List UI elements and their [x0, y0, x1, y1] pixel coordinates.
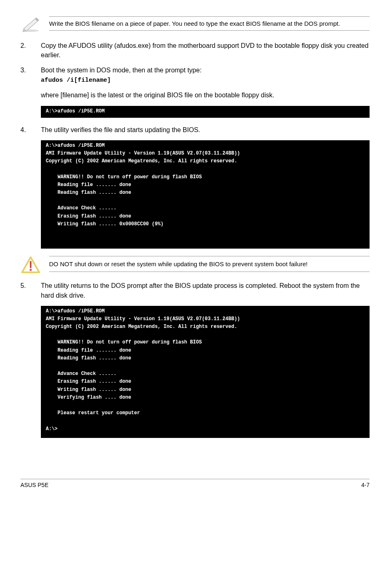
- step-5: 5. The utility returns to the DOS prompt…: [20, 281, 370, 300]
- terminal-output-1: A:\>afudos /iP5E.ROM: [41, 106, 370, 118]
- step-paragraph: where [filename] is the latest or the or…: [41, 90, 370, 100]
- step-body: Boot the system in DOS mode, then at the…: [41, 65, 370, 100]
- footer-left: ASUS P5E: [20, 482, 48, 488]
- page-footer: ASUS P5E 4-7: [20, 479, 370, 488]
- footer-right: 4-7: [361, 482, 370, 488]
- step-text: Boot the system in DOS mode, then at the…: [41, 67, 202, 74]
- step-4: 4. The utility verifies the file and sta…: [20, 125, 370, 135]
- terminal-output-2: A:\>afudos /iP5E.ROM AMI Firmware Update…: [41, 140, 370, 249]
- step-number: 4.: [20, 125, 41, 135]
- command-text: afudos /i[filename]: [41, 76, 370, 85]
- step-body: The utility returns to the DOS prompt af…: [41, 281, 370, 300]
- step-body: Copy the AFUDOS utility (afudos.exe) fro…: [41, 41, 370, 60]
- step-2: 2. Copy the AFUDOS utility (afudos.exe) …: [20, 41, 370, 60]
- warning-text: DO NOT shut down or reset the system whi…: [49, 256, 370, 272]
- step-3: 3. Boot the system in DOS mode, then at …: [20, 65, 370, 100]
- svg-point-2: [30, 269, 32, 271]
- terminal-output-3: A:\>afudos /iP5E.ROM AMI Firmware Update…: [41, 306, 370, 438]
- warning-icon: [20, 256, 41, 274]
- note-row: Write the BIOS filename on a piece of pa…: [20, 16, 370, 33]
- warning-row: DO NOT shut down or reset the system whi…: [20, 256, 370, 274]
- pencil-icon: [20, 16, 41, 33]
- note-text: Write the BIOS filename on a piece of pa…: [49, 16, 370, 31]
- step-number: 3.: [20, 65, 41, 100]
- step-number: 2.: [20, 41, 41, 60]
- step-number: 5.: [20, 281, 41, 300]
- step-body: The utility verifies the file and starts…: [41, 125, 370, 135]
